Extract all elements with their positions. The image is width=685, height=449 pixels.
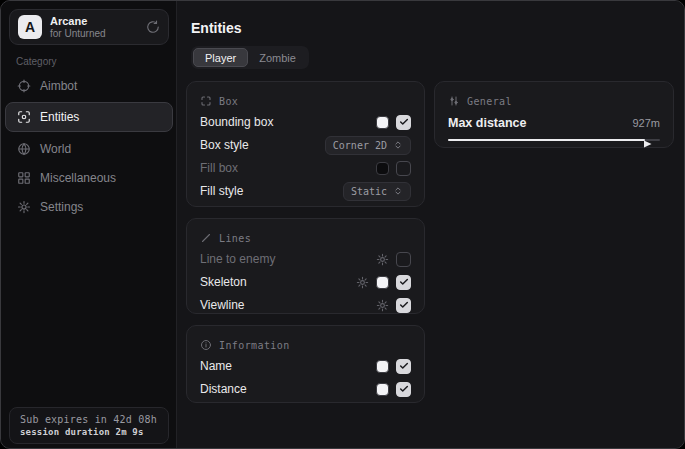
sidebar: A Arcane for Unturned Category Aimbot En… — [1, 1, 177, 448]
lines-section-card: Lines Line to enemy Skeleton Viewline — [186, 218, 425, 314]
information-section-card: Information Name Distance — [186, 325, 425, 403]
sidebar-item-label: Miscellaneous — [40, 171, 116, 185]
app-title: Arcane — [50, 15, 138, 28]
diagonal-line-icon — [200, 232, 212, 244]
row-max-distance: Max distance 927m — [448, 112, 660, 134]
checkbox-viewline[interactable] — [396, 298, 411, 313]
app-logo-card: A Arcane for Unturned — [9, 9, 169, 45]
dropdown-value: Static — [351, 186, 387, 197]
box-corners-icon — [200, 95, 212, 107]
slider-fill — [448, 139, 645, 141]
category-label: Category — [16, 56, 57, 67]
sidebar-item-entities[interactable]: Entities — [5, 102, 173, 132]
row-name: Name — [200, 355, 411, 377]
row-label: Skeleton — [200, 275, 247, 289]
checkbox-name[interactable] — [396, 359, 411, 374]
max-distance-value: 927m — [632, 117, 660, 129]
checkbox-skeleton[interactable] — [396, 275, 411, 290]
color-swatch[interactable] — [376, 276, 389, 289]
checkbox-line-to-enemy[interactable] — [396, 252, 411, 267]
row-label: Fill box — [200, 161, 238, 175]
section-title-information: Information — [219, 340, 290, 351]
selector-icon — [393, 140, 403, 150]
row-distance: Distance — [200, 378, 411, 400]
crosshair-icon — [17, 79, 31, 93]
row-bounding-box: Bounding box — [200, 111, 411, 133]
gear-icon — [17, 200, 31, 214]
app-subtitle: for Unturned — [50, 28, 138, 40]
sidebar-item-world[interactable]: World — [5, 134, 173, 163]
gear-icon[interactable] — [356, 276, 369, 289]
sync-icon[interactable] — [146, 20, 160, 34]
section-title-lines: Lines — [219, 233, 251, 244]
app-window: A Arcane for Unturned Category Aimbot En… — [0, 0, 685, 449]
color-swatch[interactable] — [376, 383, 389, 396]
sliders-icon — [448, 95, 460, 107]
tab-zombie[interactable]: Zombie — [248, 48, 307, 67]
general-section-card: General Max distance 927m — [434, 81, 674, 148]
grid-icon — [17, 171, 31, 185]
row-label: Viewline — [200, 298, 244, 312]
fill-style-dropdown[interactable]: Static — [343, 182, 411, 201]
sidebar-item-settings[interactable]: Settings — [5, 192, 173, 221]
session-duration-text: session duration 2m 9s — [20, 427, 158, 437]
sidebar-item-aimbot[interactable]: Aimbot — [5, 71, 173, 100]
sidebar-nav: Aimbot Entities World Miscellaneous Sett… — [5, 71, 173, 221]
selector-icon — [393, 186, 403, 196]
gear-icon[interactable] — [376, 253, 389, 266]
gear-icon[interactable] — [376, 299, 389, 312]
row-label: Bounding box — [200, 115, 273, 129]
row-fill-style: Fill style Static — [200, 180, 411, 202]
tab-player[interactable]: Player — [193, 48, 248, 67]
row-skeleton: Skeleton — [200, 271, 411, 293]
sidebar-item-label: Entities — [40, 110, 79, 124]
row-label: Fill style — [200, 184, 243, 198]
color-swatch[interactable] — [376, 360, 389, 373]
info-icon — [200, 339, 212, 351]
slider-thumb[interactable] — [643, 135, 653, 145]
section-title-box: Box — [219, 96, 238, 107]
dropdown-value: Corner 2D — [333, 140, 387, 151]
section-title-general: General — [467, 96, 512, 107]
page-title: Entities — [191, 20, 242, 36]
box-section-card: Box Bounding box Box style Corner 2D — [186, 81, 425, 207]
row-label: Line to enemy — [200, 252, 275, 266]
globe-icon — [17, 142, 31, 156]
main-content: Entities Player Zombie Box Bounding box … — [177, 1, 684, 448]
scan-icon — [17, 110, 31, 124]
color-swatch[interactable] — [376, 116, 389, 129]
max-distance-slider[interactable] — [448, 135, 660, 145]
row-label: Distance — [200, 382, 247, 396]
color-swatch[interactable] — [376, 162, 389, 175]
row-label: Max distance — [448, 116, 527, 130]
sidebar-item-label: World — [40, 142, 71, 156]
checkbox-bounding-box[interactable] — [396, 115, 411, 130]
sub-expiry-text: Sub expires in 42d 08h — [20, 414, 158, 425]
entity-type-tabs: Player Zombie — [191, 46, 309, 69]
row-label: Name — [200, 359, 232, 373]
checkbox-fill-box[interactable] — [396, 161, 411, 176]
row-box-style: Box style Corner 2D — [200, 134, 411, 156]
row-viewline: Viewline — [200, 294, 411, 316]
sidebar-item-label: Aimbot — [40, 79, 77, 93]
sidebar-item-label: Settings — [40, 200, 83, 214]
sidebar-item-miscellaneous[interactable]: Miscellaneous — [5, 163, 173, 192]
checkbox-distance[interactable] — [396, 382, 411, 397]
subscription-info-card: Sub expires in 42d 08h session duration … — [9, 407, 169, 444]
row-fill-box: Fill box — [200, 157, 411, 179]
app-logo: A — [18, 15, 42, 39]
box-style-dropdown[interactable]: Corner 2D — [325, 136, 411, 155]
row-label: Box style — [200, 138, 249, 152]
row-line-to-enemy: Line to enemy — [200, 248, 411, 270]
